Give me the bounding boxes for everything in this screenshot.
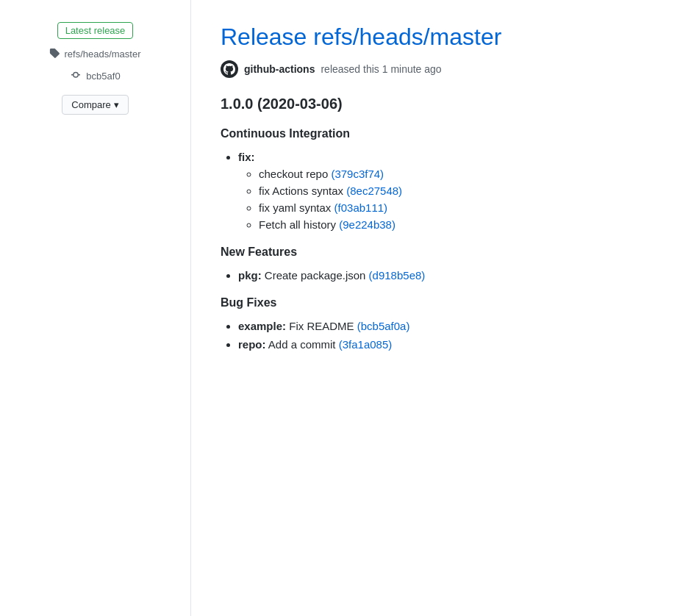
bug-fixes-list: example: Fix README (bcb5af0a) repo: Add… <box>221 320 662 351</box>
commit-dot-icon <box>70 69 82 83</box>
repo-label: repo: <box>238 338 266 351</box>
section-bug-fixes: Bug Fixes example: Fix README (bcb5af0a)… <box>221 296 662 351</box>
section-heading-ci: Continuous Integration <box>221 127 662 140</box>
section-new-features: New Features pkg: Create package.json (d… <box>221 246 662 282</box>
list-item: Fetch all history (9e224b38) <box>259 218 662 231</box>
ci-list: fix: checkout repo (379c3f74) fix Action… <box>221 151 662 231</box>
commit-link-bcb5af0a[interactable]: (bcb5af0a) <box>357 320 410 332</box>
list-item-fix: fix: checkout repo (379c3f74) fix Action… <box>238 151 662 231</box>
commit-link-f03ab111[interactable]: (f03ab111) <box>334 201 388 214</box>
example-label: example: <box>238 320 286 332</box>
new-features-list: pkg: Create package.json (d918b5e8) <box>221 269 662 282</box>
commit-link-d918b5e8[interactable]: (d918b5e8) <box>369 269 426 282</box>
tag-icon <box>49 48 60 60</box>
fix-label: fix: <box>238 151 255 163</box>
section-heading-bug-fixes: Bug Fixes <box>221 296 662 309</box>
actor-name: github-actions <box>244 63 315 75</box>
commit-hash: bcb5af0 <box>86 71 120 82</box>
fix-sub-list: checkout repo (379c3f74) fix Actions syn… <box>238 168 662 231</box>
avatar <box>221 60 238 78</box>
main-content: Release refs/heads/master github-actions… <box>191 0 691 616</box>
pkg-label: pkg: <box>238 269 262 282</box>
list-item-example: example: Fix README (bcb5af0a) <box>238 320 662 332</box>
latest-release-badge: Latest release <box>57 22 134 39</box>
sidebar: Latest release refs/heads/master bcb5af0… <box>0 0 191 616</box>
list-item-repo: repo: Add a commit (3fa1a085) <box>238 338 662 351</box>
release-title: Release refs/heads/master <box>221 22 662 51</box>
commit-link-9e224b38[interactable]: (9e224b38) <box>339 218 395 231</box>
list-item: fix Actions syntax (8ec27548) <box>259 185 662 197</box>
release-meta: github-actions released this 1 minute ag… <box>221 60 662 78</box>
commit-link-3fa1a085[interactable]: (3fa1a085) <box>339 338 393 351</box>
sidebar-branch: refs/heads/master <box>49 48 140 60</box>
release-version: 1.0.0 (2020-03-06) <box>221 96 662 112</box>
list-item: fix yaml syntax (f03ab111) <box>259 201 662 214</box>
compare-button[interactable]: Compare ▾ <box>62 95 128 115</box>
commit-link-379c3f74[interactable]: (379c3f74) <box>331 168 384 180</box>
branch-label: refs/heads/master <box>64 49 140 60</box>
commit-link-8ec27548[interactable]: (8ec27548) <box>346 185 402 197</box>
section-ci: Continuous Integration fix: checkout rep… <box>221 127 662 231</box>
meta-text: released this 1 minute ago <box>321 63 441 75</box>
chevron-down-icon: ▾ <box>114 99 119 110</box>
compare-label: Compare <box>71 99 110 110</box>
section-heading-new-features: New Features <box>221 246 662 259</box>
sidebar-commit: bcb5af0 <box>70 69 120 83</box>
list-item: checkout repo (379c3f74) <box>259 168 662 180</box>
list-item-pkg: pkg: Create package.json (d918b5e8) <box>238 269 662 282</box>
